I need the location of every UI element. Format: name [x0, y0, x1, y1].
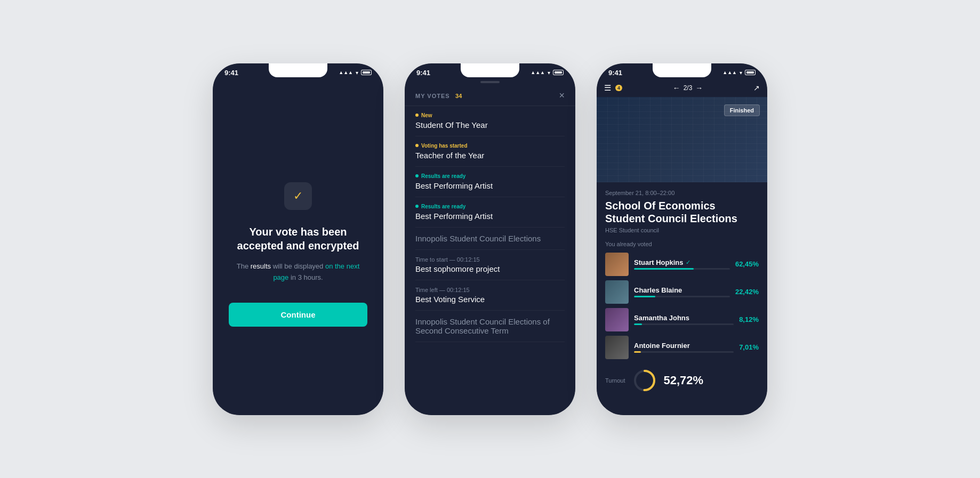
status-label: Voting has started [421, 143, 468, 149]
drag-handle [480, 81, 500, 83]
status-time: 9:41 [224, 69, 238, 77]
status-time-3: 9:41 [608, 69, 622, 77]
check-box: ✓ [284, 182, 312, 210]
wifi-icon: ▾ [356, 70, 358, 76]
election-hero-image: Finished [597, 97, 767, 182]
candidate-avatar-3 [605, 308, 629, 331]
vote-item-title: Best sophomore project [415, 264, 565, 273]
notification-badge: 4 [615, 85, 622, 91]
wifi-icon-2: ▾ [548, 70, 550, 76]
status-icons-3: ▲▲▲ ▾ [722, 70, 756, 76]
vote-item-title: Best Voting Service [415, 295, 565, 304]
continue-button[interactable]: Continue [229, 303, 367, 327]
candidate-percent-3: 8,12% [739, 315, 759, 323]
wifi-icon-3: ▾ [740, 70, 742, 76]
candidate-row-2: Charles Blaine 22,42% [605, 280, 759, 304]
candidate-name-2: Charles Blaine [634, 286, 682, 294]
list-item[interactable]: New Student Of The Year [415, 106, 565, 136]
progress-bar-fill-3 [634, 323, 642, 325]
vote-list: New Student Of The Year Voting has start… [405, 106, 575, 415]
my-votes-label-group: MY VOTES 34 [415, 91, 462, 100]
list-item[interactable]: Time left — 00:12:15 Best Voting Service [415, 280, 565, 311]
checkmark-icon: ✓ [293, 189, 303, 203]
election-title-line1: School Of Economics [605, 200, 716, 212]
candidate-row-4: Antoine Fournier 7,01% [605, 336, 759, 359]
election-title-line2: Student Council Elections [605, 213, 737, 224]
status-icons: ▲▲▲ ▾ [339, 70, 372, 76]
status-time-2: 9:41 [416, 69, 430, 77]
vote-item-title: Teacher of the Year [415, 151, 565, 160]
list-item[interactable]: Results are ready Best Performing Artist [415, 197, 565, 228]
top-navigation-bar: ☰ 4 ← 2/3 → ↗ [597, 79, 767, 97]
my-votes-count: 34 [455, 93, 462, 99]
topbar-left: ☰ 4 [604, 83, 622, 93]
status-label: Results are ready [421, 204, 465, 209]
list-item[interactable]: Voting has started Teacher of the Year [415, 136, 565, 167]
vote-accepted-screen: ✓ Your vote has been accepted and encryp… [213, 79, 383, 415]
phone-2: 9:41 ▲▲▲ ▾ MY VOTES 34 × New [405, 63, 575, 415]
vote-item-title: Innopolis Student Council Elections [415, 234, 565, 243]
progress-bar-bg-2 [634, 296, 730, 297]
candidate-row-1: Stuart Hopkins ✓ 62,45% [605, 253, 759, 276]
candidate-percent-1: 62,45% [735, 260, 759, 268]
signal-icon-2: ▲▲▲ [531, 70, 545, 75]
list-item[interactable]: Innopolis Student Council Elections [415, 228, 565, 250]
turnout-chart [633, 369, 656, 392]
battery-icon [361, 70, 372, 75]
election-title: School Of Economics Student Council Elec… [605, 199, 759, 225]
subtitle-mid: will be displayed [271, 262, 325, 270]
signal-icon: ▲▲▲ [339, 70, 353, 75]
candidate-info-4: Antoine Fournier [634, 342, 734, 353]
subtitle-post: in 3 hours. [288, 273, 323, 281]
candidate-percent-4: 7,01% [739, 343, 759, 351]
election-date: September 21, 8:00–22:00 [605, 190, 759, 196]
battery-icon-2 [553, 70, 564, 75]
prev-page-button[interactable]: ← [673, 84, 680, 92]
phone-1: 9:41 ▲▲▲ ▾ ✓ Your vote has been accepted… [213, 63, 383, 415]
status-label: New [421, 112, 432, 118]
my-votes-label: MY VOTES [415, 93, 450, 99]
list-item[interactable]: Time to start — 00:12:15 Best sophomore … [415, 250, 565, 280]
vote-accepted-title: Your vote has been accepted and encrypte… [229, 225, 367, 253]
status-dot-results-2 [415, 205, 419, 208]
progress-bar-fill-2 [634, 296, 655, 297]
turnout-percent: 52,72% [664, 374, 704, 387]
menu-icon[interactable]: ☰ [604, 83, 611, 93]
progress-bar-bg-4 [634, 351, 734, 353]
status-icons-2: ▲▲▲ ▾ [531, 70, 564, 76]
turnout-section: Turnout 52,72% [605, 363, 759, 394]
vote-item-title: Best Performing Artist [415, 181, 565, 190]
status-dot-voting [415, 144, 419, 147]
finished-badge: Finished [724, 104, 760, 116]
progress-bar-bg-3 [634, 323, 734, 325]
candidate-info-1: Stuart Hopkins ✓ [634, 258, 730, 270]
list-item[interactable]: Results are ready Best Performing Artist [415, 167, 565, 197]
subtitle-pre: The [237, 262, 251, 270]
status-dot-new [415, 114, 419, 117]
vote-accepted-subtitle: The results will be displayed on the nex… [229, 261, 367, 283]
results-link[interactable]: results [251, 262, 271, 270]
turnout-label: Turnout [605, 377, 625, 384]
candidate-info-2: Charles Blaine [634, 286, 730, 297]
page-navigation: ← 2/3 → [673, 84, 703, 92]
candidate-info-3: Samantha Johns [634, 314, 734, 325]
voted-checkmark-1: ✓ [686, 259, 690, 266]
candidate-avatar-4 [605, 336, 629, 359]
battery-icon-3 [745, 70, 756, 75]
election-details-body: September 21, 8:00–22:00 School Of Econo… [597, 182, 767, 415]
vote-item-title: Best Performing Artist [415, 212, 565, 221]
progress-bar-fill-1 [634, 268, 694, 270]
candidate-name-4: Antoine Fournier [634, 342, 690, 350]
candidate-avatar-1 [605, 253, 629, 276]
phone-3: 9:41 ▲▲▲ ▾ ☰ 4 ← 2/3 → ↗ Finished [597, 63, 767, 415]
close-button[interactable]: × [559, 91, 565, 100]
next-page-button[interactable]: → [695, 84, 703, 92]
vote-item-meta: Time to start — 00:12:15 [415, 256, 565, 263]
export-button[interactable]: ↗ [753, 84, 760, 92]
progress-bar-fill-4 [634, 351, 641, 353]
page-indicator: 2/3 [684, 84, 693, 92]
candidate-avatar-2 [605, 280, 629, 304]
list-item[interactable]: Innopolis Student Council Elections of S… [415, 311, 565, 342]
signal-icon-3: ▲▲▲ [722, 70, 737, 75]
voted-label: You already voted [605, 241, 759, 247]
